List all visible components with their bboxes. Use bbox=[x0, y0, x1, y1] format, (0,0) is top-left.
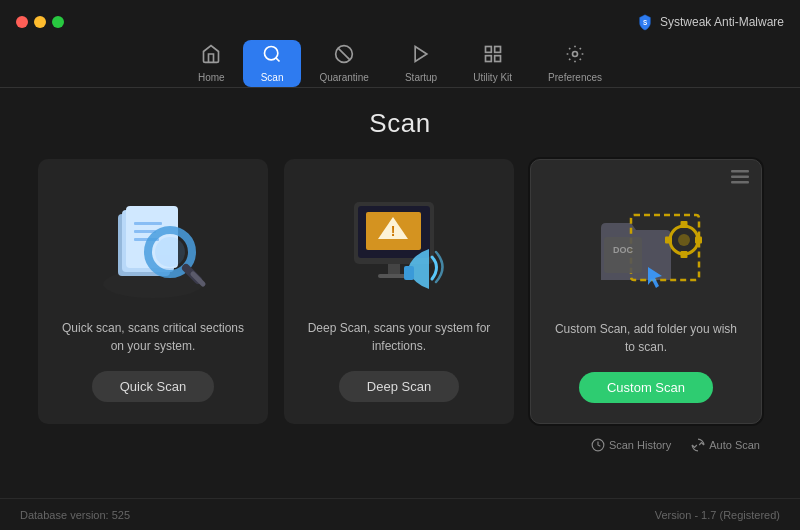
nav-utility-label: Utility Kit bbox=[473, 72, 512, 83]
nav-bar: Home Scan Quarantine Startup bbox=[0, 36, 800, 88]
custom-scan-card: DOC Custom Scan, add folder you wish to … bbox=[530, 159, 762, 424]
scan-cards-row: Quick scan, scans critical sections on y… bbox=[30, 159, 770, 424]
svg-rect-7 bbox=[494, 47, 500, 53]
svg-rect-32 bbox=[731, 176, 749, 179]
quick-scan-image bbox=[73, 179, 233, 309]
svg-text:DOC: DOC bbox=[613, 245, 634, 255]
deep-scan-svg: ! bbox=[334, 184, 464, 304]
svg-point-1 bbox=[265, 47, 278, 60]
scan-history-label: Scan History bbox=[609, 439, 671, 451]
svg-line-2 bbox=[276, 58, 280, 62]
main-content: Scan bbox=[0, 88, 800, 498]
custom-scan-svg: DOC bbox=[576, 185, 716, 305]
home-icon bbox=[201, 44, 221, 69]
svg-text:!: ! bbox=[391, 223, 396, 239]
version-info: Version - 1.7 (Registered) bbox=[655, 509, 780, 521]
svg-rect-40 bbox=[695, 237, 702, 244]
nav-utility[interactable]: Utility Kit bbox=[455, 40, 530, 87]
deep-scan-card: ! Deep Scan, scans your system for infec… bbox=[284, 159, 514, 424]
svg-rect-6 bbox=[485, 47, 491, 53]
svg-rect-9 bbox=[485, 56, 491, 62]
close-button[interactable] bbox=[16, 16, 28, 28]
db-version: Database version: 525 bbox=[20, 509, 130, 521]
maximize-button[interactable] bbox=[52, 16, 64, 28]
nav-scan[interactable]: Scan bbox=[243, 40, 302, 87]
svg-rect-33 bbox=[731, 181, 749, 184]
svg-rect-30 bbox=[404, 266, 414, 280]
svg-rect-16 bbox=[134, 230, 156, 233]
nav-quarantine-label: Quarantine bbox=[319, 72, 368, 83]
traffic-lights bbox=[16, 16, 64, 28]
nav-home-label: Home bbox=[198, 72, 225, 83]
brand-name: Systweak Anti-Malware bbox=[660, 15, 784, 29]
quick-scan-svg bbox=[88, 184, 218, 304]
nav-preferences-label: Preferences bbox=[548, 72, 602, 83]
svg-rect-39 bbox=[665, 237, 672, 244]
svg-rect-37 bbox=[681, 221, 688, 228]
svg-rect-27 bbox=[388, 264, 400, 274]
nav-startup[interactable]: Startup bbox=[387, 40, 455, 87]
svg-rect-15 bbox=[134, 222, 162, 225]
history-icon bbox=[591, 438, 605, 452]
svg-point-10 bbox=[573, 52, 578, 57]
startup-icon bbox=[411, 44, 431, 69]
utility-icon bbox=[483, 44, 503, 69]
custom-scan-description: Custom Scan, add folder you wish to scan… bbox=[551, 320, 741, 356]
svg-rect-31 bbox=[731, 170, 749, 173]
svg-rect-38 bbox=[681, 251, 688, 258]
nav-quarantine[interactable]: Quarantine bbox=[301, 40, 386, 87]
nav-home[interactable]: Home bbox=[180, 40, 243, 87]
svg-rect-41 bbox=[604, 237, 642, 273]
quick-scan-card: Quick scan, scans critical sections on y… bbox=[38, 159, 268, 424]
nav-startup-label: Startup bbox=[405, 72, 437, 83]
title-bar: S Systweak Anti-Malware bbox=[0, 0, 800, 36]
footer-bar: Database version: 525 Version - 1.7 (Reg… bbox=[0, 498, 800, 530]
auto-scan-link[interactable]: Auto Scan bbox=[691, 438, 760, 452]
quick-scan-description: Quick scan, scans critical sections on y… bbox=[58, 319, 248, 355]
deep-scan-button[interactable]: Deep Scan bbox=[339, 371, 459, 402]
svg-marker-5 bbox=[415, 47, 427, 62]
brand: S Systweak Anti-Malware bbox=[636, 13, 784, 31]
svg-point-19 bbox=[155, 237, 185, 267]
page-title: Scan bbox=[30, 108, 770, 139]
quarantine-icon bbox=[334, 44, 354, 69]
deep-scan-description: Deep Scan, scans your system for infecti… bbox=[304, 319, 494, 355]
custom-scan-button[interactable]: Custom Scan bbox=[579, 372, 713, 403]
svg-line-4 bbox=[338, 48, 350, 60]
brand-icon: S bbox=[636, 13, 654, 31]
svg-point-36 bbox=[678, 234, 690, 246]
auto-scan-icon bbox=[691, 438, 705, 452]
svg-rect-8 bbox=[494, 56, 500, 62]
scan-icon bbox=[262, 44, 282, 69]
svg-text:S: S bbox=[643, 19, 647, 26]
auto-scan-label: Auto Scan bbox=[709, 439, 760, 451]
minimize-button[interactable] bbox=[34, 16, 46, 28]
quick-scan-button[interactable]: Quick Scan bbox=[92, 371, 214, 402]
deep-scan-image: ! bbox=[319, 179, 479, 309]
custom-scan-image: DOC bbox=[566, 180, 726, 310]
preferences-icon bbox=[565, 44, 585, 69]
selected-indicator bbox=[731, 170, 749, 188]
nav-scan-label: Scan bbox=[261, 72, 284, 83]
scan-history-link[interactable]: Scan History bbox=[591, 438, 671, 452]
nav-preferences[interactable]: Preferences bbox=[530, 40, 620, 87]
